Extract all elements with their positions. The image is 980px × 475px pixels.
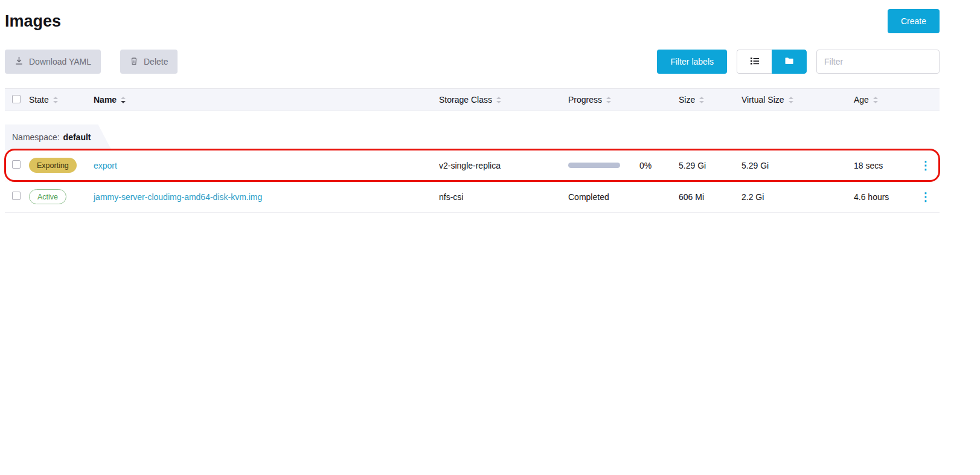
sort-icon [873,97,878,103]
column-header-name[interactable]: Name [94,95,439,105]
table-header-row: State Name Storage Class Progress Size V… [5,88,940,111]
virtual-size-cell: 2.2 Gi [741,192,854,202]
row-actions-kebab-icon[interactable]: ⋮ [920,160,932,171]
filter-input[interactable] [816,50,940,74]
create-button[interactable]: Create [888,9,940,33]
table-row-jammy: Active jammy-server-cloudimg-amd64-disk-… [5,181,940,213]
sort-icon [699,97,704,103]
name-cell: export [94,161,439,170]
image-name-link[interactable]: jammy-server-cloudimg-amd64-disk-kvm.img [94,192,262,202]
filter-labels-button[interactable]: Filter labels [657,50,727,74]
progress-percent: 0% [639,161,652,170]
toolbar-right: Filter labels [657,50,940,74]
sort-icon [496,97,501,103]
status-badge-exporting: Exporting [29,158,77,173]
column-header-name-label: Name [94,95,117,105]
storage-class-cell: nfs-csi [439,192,568,202]
header-checkbox-cell [5,95,29,105]
row-checkbox-cell [5,160,29,170]
sort-icon [789,97,793,103]
status-badge-active: Active [29,189,66,204]
name-cell: jammy-server-cloudimg-amd64-disk-kvm.img [94,192,439,202]
namespace-group-row: Namespace: default [5,121,940,150]
table-row-export: Exporting export v2-single-replica 0% 5.… [5,150,940,181]
download-yaml-button[interactable]: Download YAML [5,50,101,74]
toolbar: Download YAML Delete Filter labels [5,50,940,74]
progress-bar [568,163,620,168]
namespace-value: default [63,132,91,142]
list-view-icon [750,56,760,68]
column-header-state-label: State [29,95,49,105]
sort-icon [53,97,58,103]
delete-label: Delete [144,57,168,66]
size-cell: 5.29 Gi [679,161,741,170]
state-cell: Active [29,189,94,204]
row-actions-kebab-icon[interactable]: ⋮ [920,191,932,202]
images-table: State Name Storage Class Progress Size V… [5,88,940,213]
folder-view-button[interactable] [772,50,807,74]
sort-icon [121,97,126,103]
column-header-size[interactable]: Size [679,95,741,105]
folder-view-icon [784,56,794,68]
sort-icon [606,97,611,103]
actions-cell: ⋮ [912,160,940,171]
images-page: Images Create Download YAML Delete Filte… [5,0,940,213]
column-header-age-label: Age [854,95,869,105]
row-checkbox[interactable] [12,192,21,200]
image-name-link[interactable]: export [94,161,117,170]
size-cell: 606 Mi [679,192,741,202]
storage-class-cell: v2-single-replica [439,161,568,170]
progress-cell: Completed [568,192,679,202]
column-header-storage-class[interactable]: Storage Class [439,95,568,105]
progress-cell: 0% [568,161,679,170]
view-toggle-group [737,50,807,74]
delete-button[interactable]: Delete [120,50,178,74]
namespace-group-tab: Namespace: default [5,124,111,150]
column-header-size-label: Size [679,95,695,105]
namespace-label: Namespace: [12,132,60,142]
column-header-state[interactable]: State [29,95,94,105]
page-title: Images [5,12,61,31]
download-icon [14,56,24,67]
row-checkbox[interactable] [12,160,21,169]
column-header-progress[interactable]: Progress [568,95,679,105]
actions-cell: ⋮ [912,191,940,202]
state-cell: Exporting [29,158,94,173]
trash-icon [130,57,138,67]
column-header-age[interactable]: Age [854,95,912,105]
page-header: Images Create [5,8,940,34]
select-all-checkbox[interactable] [12,95,21,103]
virtual-size-cell: 5.29 Gi [741,161,854,170]
download-yaml-label: Download YAML [29,57,91,66]
age-cell: 4.6 hours [854,192,912,202]
age-cell: 18 secs [854,161,912,170]
column-header-virtual-size-label: Virtual Size [741,95,784,105]
column-header-progress-label: Progress [568,95,602,105]
row-checkbox-cell [5,192,29,202]
list-view-button[interactable] [737,50,772,74]
column-header-virtual-size[interactable]: Virtual Size [741,95,854,105]
column-header-storage-class-label: Storage Class [439,95,492,105]
